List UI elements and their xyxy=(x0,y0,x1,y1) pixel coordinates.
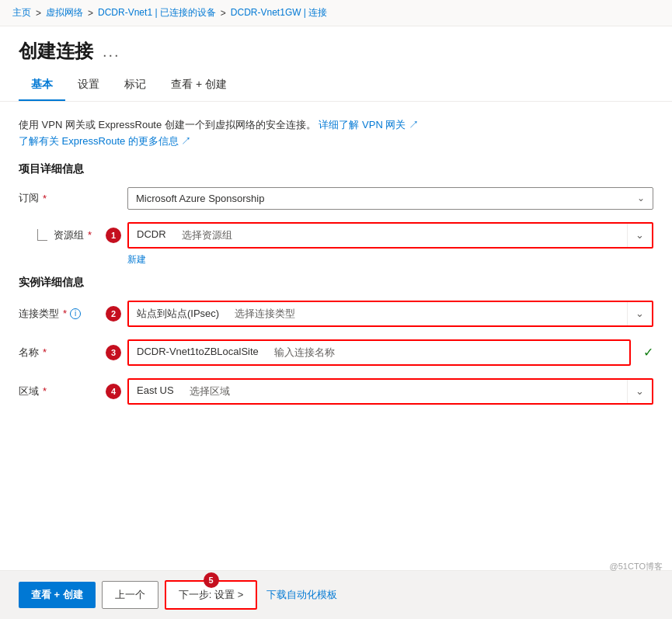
connection-type-value: 站点到站点(IPsec) xyxy=(129,302,227,325)
tab-basic[interactable]: 基本 xyxy=(19,70,65,101)
subscription-dropdown[interactable]: Microsoft Azure Sponsorship ⌄ xyxy=(127,187,653,210)
subscription-value: Microsoft Azure Sponsorship xyxy=(136,193,264,204)
breadcrumb-vnet[interactable]: 虚拟网络 xyxy=(46,6,83,19)
region-chevron-icon: ⌄ xyxy=(627,380,652,403)
connection-type-row: 连接类型 * i 2 站点到站点(IPsec) 选择连接类型 ⌄ xyxy=(19,301,653,327)
tab-settings[interactable]: 设置 xyxy=(65,70,112,101)
project-section-title: 项目详细信息 xyxy=(19,162,653,176)
breadcrumb-connection[interactable]: DCDR-Vnet1GW | 连接 xyxy=(231,6,327,19)
subscription-chevron-icon: ⌄ xyxy=(637,193,645,203)
resource-group-chevron-icon: ⌄ xyxy=(627,224,652,247)
resource-group-placeholder: 选择资源组 xyxy=(174,224,627,247)
breadcrumb-home[interactable]: 主页 xyxy=(12,6,31,19)
project-section: 项目详细信息 订阅 * Microsoft Azure Sponsorship … xyxy=(19,162,653,266)
name-row: 名称 * 3 DCDR-Vnet1toZBLocalSite 输入连接名称 ✓ xyxy=(19,339,653,366)
circle-4: 4 xyxy=(106,384,121,399)
circle-3: 3 xyxy=(106,345,121,360)
breadcrumb: 主页 > 虚拟网络 > DCDR-Vnet1 | 已连接的设备 > DCDR-V… xyxy=(0,0,672,26)
subscription-control: Microsoft Azure Sponsorship ⌄ xyxy=(127,187,653,210)
breadcrumb-connected-devices[interactable]: DCDR-Vnet1 | 已连接的设备 xyxy=(98,6,216,19)
description: 使用 VPN 网关或 ExpressRoute 创建一个到虚拟网络的安全连接。 … xyxy=(19,117,653,150)
resource-group-control: 1 DCDR 选择资源组 ⌄ xyxy=(127,222,653,249)
page-header: 创建连接 ... xyxy=(0,26,672,70)
region-placeholder: 选择区域 xyxy=(182,380,627,403)
content-area: 使用 VPN 网关或 ExpressRoute 创建一个到虚拟网络的安全连接。 … xyxy=(0,102,672,433)
connection-type-control: 2 站点到站点(IPsec) 选择连接类型 ⌄ xyxy=(127,301,653,327)
instance-section-title: 实例详细信息 xyxy=(19,276,653,290)
name-control: 3 DCDR-Vnet1toZBLocalSite 输入连接名称 ✓ xyxy=(127,339,653,366)
vpn-learn-link[interactable]: 详细了解 VPN 网关 ↗ xyxy=(319,119,419,130)
tab-review-create[interactable]: 查看 + 创建 xyxy=(158,70,239,101)
circle-1: 1 xyxy=(106,228,121,243)
page-title: 创建连接 xyxy=(19,39,93,64)
connection-type-placeholder: 选择连接类型 xyxy=(227,302,627,325)
resource-group-row: 资源组 * 1 DCDR 选择资源组 ⌄ xyxy=(19,222,653,249)
name-field[interactable]: DCDR-Vnet1toZBLocalSite 输入连接名称 xyxy=(127,339,631,366)
connection-type-dropdown[interactable]: 站点到站点(IPsec) 选择连接类型 ⌄ xyxy=(127,301,653,327)
region-control: 4 East US 选择区域 ⌄ xyxy=(127,378,653,405)
subscription-row: 订阅 * Microsoft Azure Sponsorship ⌄ xyxy=(19,187,653,210)
instance-section: 实例详细信息 连接类型 * i 2 站点到站点(IPsec) 选择连接类型 ⌄ … xyxy=(19,276,653,405)
region-dropdown[interactable]: East US 选择区域 ⌄ xyxy=(127,378,653,405)
connection-type-chevron-icon: ⌄ xyxy=(627,302,652,325)
more-options-button[interactable]: ... xyxy=(103,43,120,61)
tab-tags[interactable]: 标记 xyxy=(112,70,158,101)
resource-group-value: DCDR xyxy=(129,224,174,247)
subscription-label: 订阅 * xyxy=(19,191,127,205)
connection-type-info-icon[interactable]: i xyxy=(70,308,81,319)
new-resource-group-link[interactable]: 新建 xyxy=(127,253,653,266)
expressroute-learn-link[interactable]: 了解有关 ExpressRoute 的更多信息 ↗ xyxy=(19,135,192,147)
name-value: DCDR-Vnet1toZBLocalSite xyxy=(129,341,266,364)
name-valid-icon: ✓ xyxy=(643,345,653,360)
circle-2: 2 xyxy=(106,306,121,322)
name-placeholder: 输入连接名称 xyxy=(266,341,629,364)
desc-text1: 使用 VPN 网关或 ExpressRoute 创建一个到虚拟网络的安全连接。 xyxy=(19,119,316,130)
region-row: 区域 * 4 East US 选择区域 ⌄ xyxy=(19,378,653,405)
tab-bar: 基本 设置 标记 查看 + 创建 xyxy=(0,70,672,102)
resource-group-dropdown[interactable]: DCDR 选择资源组 ⌄ xyxy=(127,222,653,249)
region-value: East US xyxy=(129,380,182,403)
